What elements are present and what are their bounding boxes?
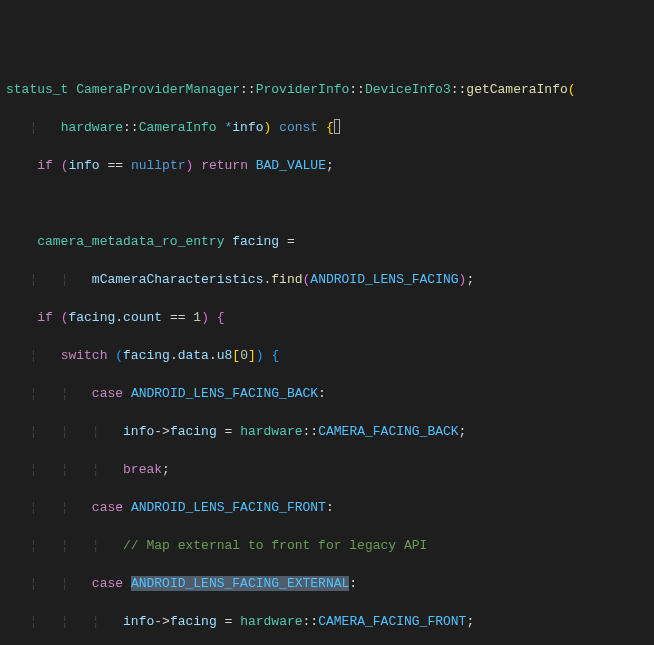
comment-token: // Map external to front for legacy API bbox=[123, 538, 427, 553]
code-line: if (info == nullptr) return BAD_VALUE; bbox=[6, 156, 648, 175]
ns-token: ProviderInfo bbox=[256, 82, 350, 97]
code-line: ¦ switch (facing.data.u8[0]) { bbox=[6, 346, 648, 365]
ns-token: CameraProviderManager bbox=[76, 82, 240, 97]
selected-token[interactable]: ANDROID_LENS_FACING_EXTERNAL bbox=[131, 576, 349, 591]
param-token: info bbox=[232, 120, 263, 135]
code-line: ¦ ¦ case ANDROID_LENS_FACING_FRONT: bbox=[6, 498, 648, 517]
ns-token: hardware bbox=[61, 120, 123, 135]
code-line: ¦ ¦ case ANDROID_LENS_FACING_BACK: bbox=[6, 384, 648, 403]
code-line: if (facing.count == 1) { bbox=[6, 308, 648, 327]
code-line bbox=[6, 194, 648, 213]
code-line: ¦ ¦ case ANDROID_LENS_FACING_EXTERNAL: bbox=[6, 574, 648, 593]
code-line: ¦ ¦ ¦ // Map external to front for legac… bbox=[6, 536, 648, 555]
code-line: camera_metadata_ro_entry facing = bbox=[6, 232, 648, 251]
const-kw: const bbox=[279, 120, 318, 135]
code-line: ¦ ¦ ¦ info->facing = hardware::CAMERA_FA… bbox=[6, 612, 648, 629]
code-line: ¦ ¦ ¦ break; bbox=[6, 460, 648, 479]
type-token: status_t bbox=[6, 82, 68, 97]
code-line: ¦ hardware::CameraInfo *info) const { bbox=[6, 118, 648, 137]
ns-token: DeviceInfo3 bbox=[365, 82, 451, 97]
fn-token: getCameraInfo bbox=[466, 82, 567, 97]
code-line: ¦ ¦ mCameraCharacteristics.find(ANDROID_… bbox=[6, 270, 648, 289]
code-line: ¦ ¦ ¦ info->facing = hardware::CAMERA_FA… bbox=[6, 422, 648, 441]
code-line: status_t CameraProviderManager::Provider… bbox=[6, 80, 648, 99]
text-cursor bbox=[334, 119, 340, 134]
type-token: CameraInfo bbox=[139, 120, 217, 135]
